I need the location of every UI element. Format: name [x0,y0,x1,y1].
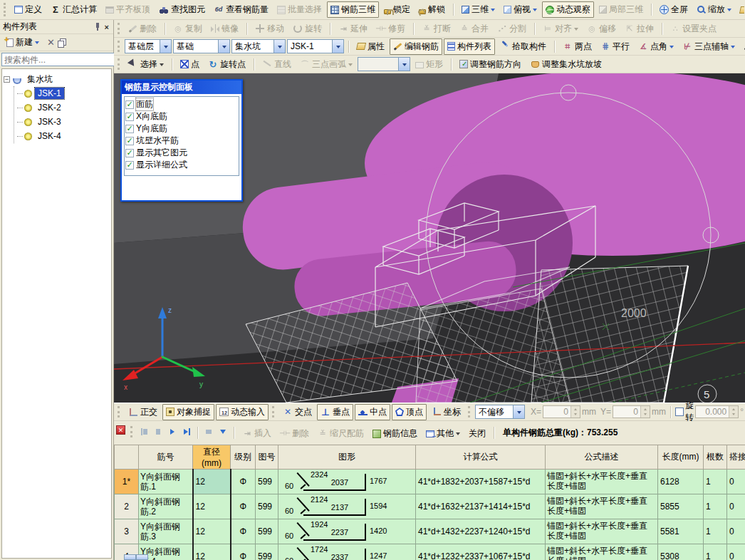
checkbox-checked-icon[interactable] [125,125,134,133]
dynamic-input-button[interactable]: 动态输入 [216,404,269,420]
cell-formula[interactable]: 41*d+1432+2237+1240+15*d [416,519,546,544]
offset-mode-select[interactable]: 不偏移 [475,405,525,419]
option-x-bottom-rebar[interactable]: X向底筋 [125,110,238,123]
checkbox-checked-icon[interactable] [125,161,134,170]
cell-length[interactable]: 5581 [658,519,704,544]
clipped-toolbar-button[interactable] [736,4,745,16]
cell-count[interactable]: 1 [704,470,727,494]
scroll-right-button[interactable] [136,554,148,560]
option-y-bottom-rebar[interactable]: Y向底筋 [125,123,238,135]
cell-count[interactable]: 1 [704,519,727,544]
table-row[interactable]: 4 Y向斜面钢筋.4 12 Φ 599 1724 60 2337 1247 41… [115,544,745,560]
ortho-button[interactable]: 正交 [125,404,161,420]
new-component-button[interactable]: 新建 [3,34,43,51]
toolbar-grip[interactable] [4,3,7,16]
col-header-desc[interactable]: 公式描述 [546,445,658,470]
adjust-rebar-direction-button[interactable]: 调整钢筋方向 [456,56,525,73]
chevron-down-icon[interactable] [670,46,674,51]
intersect-snap-button[interactable]: 交点 [279,404,316,420]
chevron-down-icon[interactable] [35,41,39,46]
midpoint-snap-button[interactable]: 中点 [355,404,390,420]
next-row-button[interactable] [166,425,179,438]
cell-rebar-name[interactable]: Y向斜面钢筋.2 [139,494,193,519]
tree-item-label[interactable]: JSK-4 [35,130,64,142]
col-header-length[interactable]: 长度(mm) [658,445,704,470]
cell-lap[interactable]: 0 [727,519,745,544]
cell-shape[interactable]: 1724 60 2337 1247 [278,544,416,560]
tree-item-jsk4[interactable]: JSK-4 [17,129,110,143]
chevron-down-icon[interactable] [513,405,524,418]
cell-length[interactable]: 6128 [658,470,704,494]
tree-root-label[interactable]: 集水坑 [24,73,56,86]
table-row[interactable]: 2 Y向斜面钢筋.2 12 Φ 599 2124 60 2137 1594 41… [115,494,745,519]
close-table-button[interactable]: 关闭 [465,425,489,442]
checkbox-checked-icon[interactable] [125,137,134,145]
cell-formula-desc[interactable]: 锚固+斜长+水平长度+垂直长度+锚固 [546,470,658,494]
toolbar-grip[interactable] [118,58,121,71]
zoom-button[interactable]: 缩放 [693,1,735,18]
close-icon[interactable]: × [103,23,110,31]
type-select[interactable]: 集水坑 [231,39,286,53]
toolbar-grip[interactable] [272,406,276,418]
tree-item-label[interactable]: JSK-1 [35,88,64,99]
find-element-button[interactable]: 查找图元 [155,1,209,18]
col-header-diameter[interactable]: 直径(mm) [193,445,231,470]
lock-button[interactable]: 锁定 [380,1,414,18]
tree-item-jsk1[interactable]: JSK-1 [17,86,110,100]
point-angle-button[interactable]: 点角 [635,38,677,55]
row-number[interactable]: 2 [115,494,139,519]
cell-diameter[interactable]: 12 [193,519,231,544]
toolbar-grip[interactable] [130,426,134,437]
cell-figure[interactable]: 599 [256,519,278,544]
toolbar-grip[interactable] [468,406,472,418]
pick-component-button[interactable]: 拾取构件 [496,38,550,55]
chevron-down-icon[interactable] [533,9,537,14]
collapse-icon[interactable] [4,76,10,83]
top-view-button[interactable]: 俯视 [500,1,541,18]
view-3d-button[interactable]: 三维 [458,1,499,18]
col-header-formula[interactable]: 计算公式 [416,445,546,470]
two-point-axis-button[interactable]: 两点 [559,38,595,55]
close-table-icon[interactable]: ✕ [116,425,125,435]
table-row[interactable]: 3 Y向斜面钢筋.3 12 Φ 599 1924 60 2237 1420 41… [115,519,745,544]
checkbox-checked-icon[interactable] [125,149,134,157]
chevron-down-icon[interactable] [218,40,229,53]
cell-count[interactable]: 1 [704,544,727,560]
define-button[interactable]: 定义 [11,1,46,18]
pin-icon[interactable] [95,23,100,31]
cell-formula[interactable]: 41*d+1832+2037+1587+15*d [416,470,546,494]
checkbox-checked-icon[interactable] [125,113,134,121]
cell-figure[interactable]: 599 [256,494,278,519]
adjust-pit-slope-button[interactable]: 调整集水坑放坡 [526,56,605,73]
rebar-info-button[interactable]: 钢筋信息 [369,425,421,442]
chevron-down-icon[interactable] [456,432,460,437]
chevron-down-icon[interactable] [731,46,735,51]
option-surface-rebar[interactable]: 面筋 [125,98,238,110]
toolbar-grip[interactable] [118,406,121,418]
cell-shape[interactable]: 1924 60 2237 1420 [278,519,416,544]
col-header-name[interactable]: 筋号 [139,445,193,470]
cell-rebar-name[interactable]: Y向斜面钢筋.3 [139,519,193,544]
cell-formula[interactable]: 41*d+1232+2337+1067+15*d [416,544,546,560]
other-button[interactable]: 其他 [422,425,464,442]
col-header-lap[interactable]: 搭接 [727,445,745,470]
cell-count[interactable]: 1 [704,494,727,519]
cell-formula-desc[interactable]: 锚固+斜长+水平长度+垂直长度+锚固 [546,519,658,544]
cell-level[interactable]: Φ [231,494,256,519]
coordinate-button[interactable]: 坐标 [428,404,464,420]
cell-rebar-name[interactable]: Y向斜面钢筋.1 [139,470,193,494]
cell-lap[interactable]: 0 [727,470,745,494]
cell-level[interactable]: Φ [231,470,256,494]
chevron-down-icon[interactable] [160,40,171,53]
3d-viewport[interactable]: z x y 2000 5 钢筋显示控制面板 面筋 X向底筋 Y向底筋 坑壁水平筋… [114,73,745,403]
tree-item-jsk2[interactable]: JSK-2 [17,100,110,115]
toolbar-grip[interactable] [118,41,121,53]
checkbox-checked-icon[interactable] [125,100,134,109]
perpendicular-snap-button[interactable]: 垂点 [317,404,353,420]
dialog-titlebar[interactable]: 钢筋显示控制面板 [122,81,241,94]
cell-figure[interactable]: 599 [256,470,278,494]
orbit-button[interactable]: 动态观察 [542,1,594,18]
search-input[interactable] [1,53,118,66]
row-number[interactable]: 3 [115,519,139,544]
select-button[interactable]: 选择 [125,56,167,73]
